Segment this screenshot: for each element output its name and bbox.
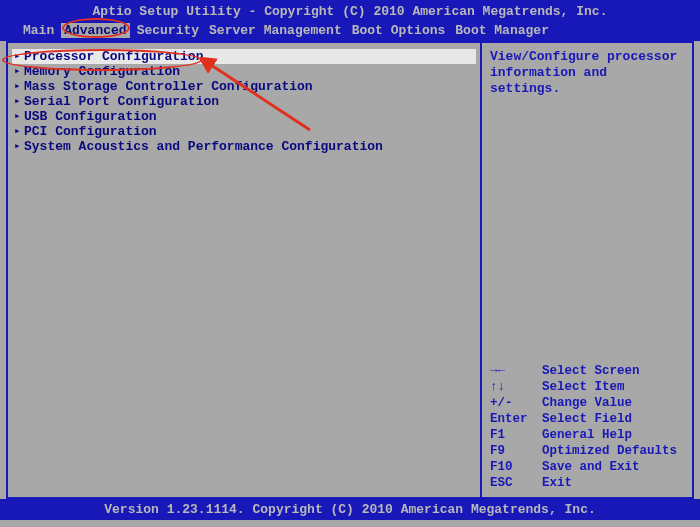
annotation-circle-icon [2, 49, 202, 71]
menu-main[interactable]: Main [20, 23, 57, 38]
chevron-right-icon: ▸ [14, 109, 24, 124]
menu-boot-options[interactable]: Boot Options [349, 23, 449, 38]
chevron-right-icon: ▸ [14, 139, 24, 154]
item-system-acoustics-performance[interactable]: ▸ System Acoustics and Performance Confi… [12, 139, 476, 154]
legend-key: F10 [490, 459, 542, 475]
legend-key: ESC [490, 475, 542, 491]
legend-label: Select Item [542, 379, 625, 395]
legend-row: ESC Exit [490, 475, 684, 491]
legend-label: Save and Exit [542, 459, 640, 475]
item-label: USB Configuration [24, 109, 157, 124]
legend-label: Select Screen [542, 363, 640, 379]
legend-label: Select Field [542, 411, 632, 427]
annotation-circle-icon [62, 18, 130, 38]
legend-key: F1 [490, 427, 542, 443]
right-pane: View/Configure processor information and… [482, 43, 692, 497]
legend-key: Enter [490, 411, 542, 427]
legend-label: Optimized Defaults [542, 443, 677, 459]
legend-label: Exit [542, 475, 572, 491]
svg-line-1 [208, 63, 310, 130]
annotation-arrow-icon [200, 55, 320, 135]
legend-key: +/- [490, 395, 542, 411]
chevron-right-icon: ▸ [14, 94, 24, 109]
legend-label: General Help [542, 427, 632, 443]
legend-row: F9 Optimized Defaults [490, 443, 684, 459]
legend-key: →← [490, 363, 542, 379]
legend-row: Enter Select Field [490, 411, 684, 427]
legend-row: ↑↓ Select Item [490, 379, 684, 395]
legend-label: Change Value [542, 395, 632, 411]
legend-row: →← Select Screen [490, 363, 684, 379]
item-label: Serial Port Configuration [24, 94, 219, 109]
chevron-right-icon: ▸ [14, 79, 24, 94]
help-text: View/Configure processor information and… [490, 49, 684, 97]
key-legend: →← Select Screen ↑↓ Select Item +/- Chan… [490, 363, 684, 491]
footer-text: Version 1.23.1114. Copyright (C) 2010 Am… [0, 499, 700, 520]
chevron-right-icon: ▸ [14, 124, 24, 139]
legend-key: F9 [490, 443, 542, 459]
legend-row: F1 General Help [490, 427, 684, 443]
item-label: System Acoustics and Performance Configu… [24, 139, 383, 154]
legend-row: +/- Change Value [490, 395, 684, 411]
item-label: PCI Configuration [24, 124, 157, 139]
legend-row: F10 Save and Exit [490, 459, 684, 475]
legend-key: ↑↓ [490, 379, 542, 395]
menu-security[interactable]: Security [134, 23, 202, 38]
menu-boot-manager[interactable]: Boot Manager [452, 23, 552, 38]
main-area: ▸ Processor Configuration ▸ Memory Confi… [6, 41, 694, 499]
menu-server-management[interactable]: Server Management [206, 23, 345, 38]
